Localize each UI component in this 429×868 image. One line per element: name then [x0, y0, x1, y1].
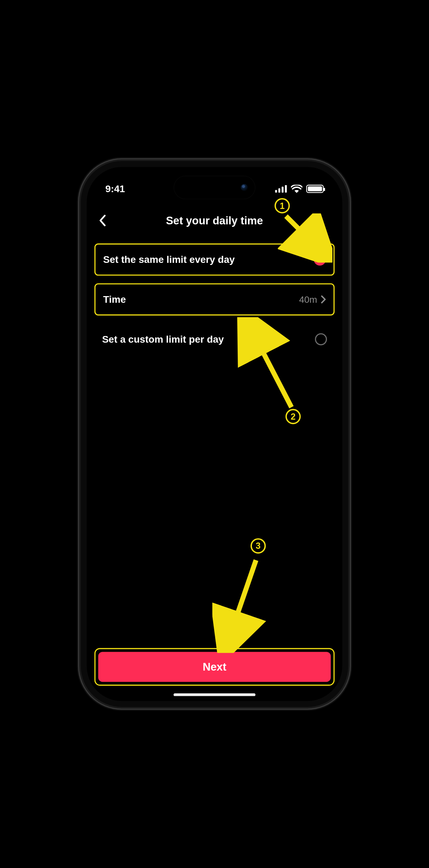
svg-rect-0 — [275, 190, 277, 193]
chevron-left-icon — [99, 215, 106, 226]
option-same-limit[interactable]: Set the same limit every day — [94, 244, 335, 276]
next-highlight: Next — [94, 648, 335, 686]
svg-rect-3 — [285, 185, 287, 193]
home-indicator — [174, 693, 255, 696]
back-button[interactable] — [99, 215, 106, 226]
radio-unselected-icon — [315, 333, 327, 345]
footer: Next — [94, 648, 335, 686]
cellular-icon — [275, 185, 287, 193]
page-title: Set your daily time — [166, 214, 263, 226]
svg-rect-1 — [279, 188, 280, 192]
option-label: Set the same limit every day — [103, 254, 235, 265]
annotation-arrow-3 — [212, 555, 273, 653]
svg-line-6 — [229, 560, 256, 639]
option-label: Set a custom limit per day — [102, 334, 224, 345]
wifi-icon — [291, 185, 302, 193]
chevron-right-icon — [321, 295, 326, 303]
next-button[interactable]: Next — [98, 652, 331, 682]
device-frame: 9:41 — [81, 161, 348, 707]
battery-icon — [306, 185, 324, 193]
option-custom-limit[interactable]: Set a custom limit per day — [94, 323, 335, 355]
time-row[interactable]: Time 40m — [94, 283, 335, 315]
nav-bar: Set your daily time — [87, 210, 342, 231]
time-label: Time — [103, 294, 126, 305]
annotation-badge-2: 2 — [286, 409, 301, 424]
screen: 9:41 — [87, 167, 342, 701]
annotation-badge-3: 3 — [251, 538, 266, 554]
dynamic-island — [174, 176, 255, 199]
time-value: 40m — [299, 294, 317, 304]
radio-selected-icon — [314, 253, 326, 265]
svg-rect-2 — [282, 187, 283, 192]
content: Set the same limit every day Time 40m Se… — [94, 244, 335, 356]
status-time: 9:41 — [105, 183, 125, 195]
next-label: Next — [203, 661, 226, 673]
